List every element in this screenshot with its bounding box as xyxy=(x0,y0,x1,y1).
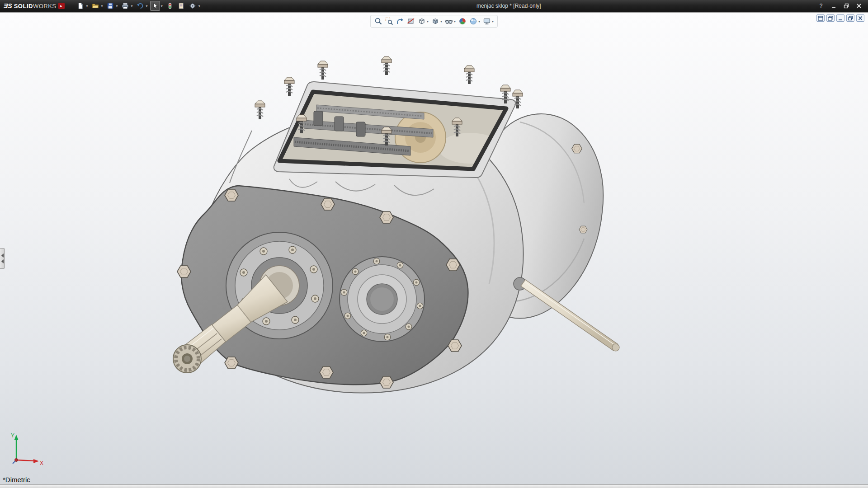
minimize-document-button[interactable] xyxy=(836,14,844,22)
solidworks-logo-mark: ƎS xyxy=(4,2,12,9)
select-button[interactable] xyxy=(150,1,160,11)
triad-x-label: X xyxy=(40,460,43,466)
minimize-document-icon xyxy=(838,16,843,21)
apply-scene-button[interactable] xyxy=(468,16,478,26)
view-orientation-button[interactable] xyxy=(417,16,427,26)
cascade-window-button[interactable] xyxy=(826,14,835,22)
orientation-triad: Y X xyxy=(9,432,47,467)
select-cursor-icon xyxy=(151,2,159,9)
graphics-area[interactable]: ▾ ▾ ▾ xyxy=(0,12,868,488)
section-view-button[interactable] xyxy=(406,16,416,26)
previous-view-button[interactable] xyxy=(395,16,405,26)
flyout-chevrons-icon xyxy=(1,253,4,264)
new-document-icon xyxy=(77,2,84,9)
previous-view-icon xyxy=(396,17,404,25)
window-controls: ? xyxy=(816,2,868,10)
display-style-caret-icon[interactable]: ▾ xyxy=(440,19,442,23)
cascade-window-icon xyxy=(828,16,833,21)
status-bar xyxy=(0,484,868,488)
options-button[interactable] xyxy=(188,1,198,11)
close-icon xyxy=(856,3,862,9)
view-orientation-cube-icon xyxy=(418,17,426,25)
restore-document-icon xyxy=(848,16,853,21)
display-style-cube-icon xyxy=(431,17,439,25)
zoom-to-fit-button[interactable] xyxy=(373,16,383,26)
rebuild-traffic-light-icon xyxy=(166,2,174,9)
save-caret-icon[interactable]: ▾ xyxy=(116,4,118,8)
view-orientation-label: *Dimetric xyxy=(3,476,30,483)
print-icon xyxy=(122,2,129,9)
undo-arrow-icon xyxy=(137,2,144,9)
options-gear-icon xyxy=(189,2,196,9)
hide-show-items-caret-icon[interactable]: ▾ xyxy=(454,19,456,23)
new-document-button[interactable] xyxy=(75,1,85,11)
file-properties-button[interactable] xyxy=(176,1,186,11)
close-document-icon xyxy=(858,16,863,21)
select-caret-icon[interactable]: ▾ xyxy=(161,4,163,8)
display-style-button[interactable] xyxy=(430,16,440,26)
print-caret-icon[interactable]: ▾ xyxy=(131,4,133,8)
new-document-caret-icon[interactable]: ▾ xyxy=(86,4,88,8)
apply-scene-caret-icon[interactable]: ▾ xyxy=(478,19,480,23)
options-caret-icon[interactable]: ▾ xyxy=(198,4,200,8)
section-view-icon xyxy=(407,17,415,25)
file-properties-icon xyxy=(178,2,185,9)
triad-y-label: Y xyxy=(11,432,14,439)
zoom-to-area-button[interactable] xyxy=(384,16,394,26)
open-folder-icon xyxy=(92,2,99,9)
open-document-button[interactable] xyxy=(90,1,100,11)
print-button[interactable] xyxy=(120,1,130,11)
view-settings-monitor-icon xyxy=(483,17,491,25)
hide-show-items-button[interactable] xyxy=(444,16,454,26)
zoom-to-fit-icon xyxy=(374,17,382,25)
apply-scene-sphere-icon xyxy=(469,17,477,25)
view-orientation-caret-icon[interactable]: ▾ xyxy=(427,19,429,23)
undo-caret-icon[interactable]: ▾ xyxy=(146,4,148,8)
close-button[interactable] xyxy=(854,2,863,10)
view-settings-button[interactable] xyxy=(482,16,492,26)
output-bearing-cover[interactable] xyxy=(340,257,425,342)
triad-x-arrowhead xyxy=(33,459,39,463)
close-document-button[interactable] xyxy=(856,14,864,22)
main-toolbar: ▾ ▾ ▾ ▾ ▾ xyxy=(69,1,201,11)
open-document-caret-icon[interactable]: ▾ xyxy=(101,4,103,8)
menu-expand-arrow-icon[interactable]: ▸ xyxy=(58,3,65,9)
view-settings-caret-icon[interactable]: ▾ xyxy=(492,19,494,23)
window-title: menjac sklop * [Read-only] xyxy=(201,3,816,9)
zoom-to-area-icon xyxy=(385,17,393,25)
undo-button[interactable] xyxy=(135,1,145,11)
hide-show-glasses-icon xyxy=(445,17,453,25)
tile-window-icon xyxy=(818,16,823,21)
edit-appearance-button[interactable] xyxy=(458,16,467,26)
minimize-button[interactable] xyxy=(829,2,838,10)
restore-icon xyxy=(844,3,849,9)
title-bar: ƎS SOLIDWORKS ▸ ▾ ▾ ▾ xyxy=(0,0,868,12)
featuremanager-flyout-tab[interactable] xyxy=(0,248,5,269)
rebuild-button[interactable] xyxy=(165,1,175,11)
heads-up-toolbar: ▾ ▾ ▾ xyxy=(370,15,498,28)
edit-appearance-ball-icon xyxy=(458,17,467,25)
triad-y-arrowhead xyxy=(14,435,19,440)
document-window-controls xyxy=(816,14,864,22)
save-floppy-icon xyxy=(107,2,114,9)
restore-button[interactable] xyxy=(842,2,851,10)
help-button[interactable]: ? xyxy=(816,2,826,10)
restore-document-button[interactable] xyxy=(846,14,854,22)
gearbox-3d-model[interactable] xyxy=(0,13,868,488)
tile-window-button[interactable] xyxy=(816,14,825,22)
minimize-icon xyxy=(831,3,836,9)
solidworks-logo-text: SOLIDWORKS xyxy=(14,2,57,10)
solidworks-logo: ƎS SOLIDWORKS ▸ xyxy=(0,2,69,10)
save-button[interactable] xyxy=(105,1,115,11)
